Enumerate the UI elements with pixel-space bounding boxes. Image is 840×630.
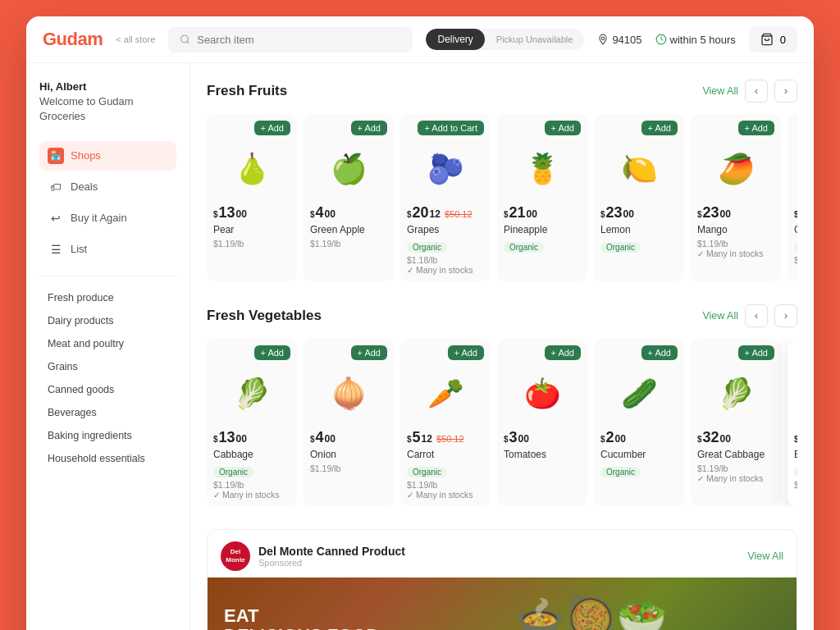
price-display: $ 5 12 $50.12 (407, 429, 484, 446)
category-meat[interactable]: Meat and poultry (39, 332, 176, 355)
product-card: + Add 🥒 $ 2 00 Cucumber Organic (594, 339, 684, 506)
category-dairy[interactable]: Dairy products (39, 309, 176, 332)
sidebar-item-deals[interactable]: 🏷 Deals (39, 172, 176, 202)
sidebar-item-buy-again[interactable]: ↩ Buy it Again (39, 203, 176, 233)
price-currency: $ (794, 435, 797, 444)
product-image: 🍐 (794, 140, 797, 198)
add-button[interactable]: + Add (351, 121, 387, 135)
sub-price: $1.18/lb (407, 255, 484, 265)
category-canned[interactable]: Canned goods (39, 378, 176, 401)
location-value: 94105 (612, 34, 641, 46)
product-image: 🥬 (697, 365, 774, 422)
product-image: 🥭 (697, 140, 774, 198)
product-name: Onion (310, 449, 387, 460)
price-decimal: 00 (236, 208, 247, 220)
search-icon (180, 34, 190, 45)
sponsored-brand: DelMonte Del Monte Canned Product Sponso… (221, 541, 405, 571)
price-currency: $ (794, 210, 797, 219)
fresh-veg-prev[interactable]: ‹ (745, 304, 768, 327)
product-card: + Add 🥬 $ 13 00 Cabbage Organic $1.19/lb… (207, 339, 297, 506)
sponsored-banner: 🍲🥘🥗 EAT DELICIOUS FOOD (208, 578, 797, 630)
price-display: $ 23 00 (697, 204, 774, 221)
price-decimal: 12 (430, 208, 441, 220)
price-display: $ 32 00 (697, 429, 774, 446)
product-card: + Add 🍐 $ 13 00 Pear $1.19/lb (207, 114, 297, 281)
sub-price: $1.19/lb (697, 463, 774, 473)
delivery-option[interactable]: Delivery (426, 29, 484, 50)
fresh-fruits-prev[interactable]: ‹ (745, 80, 768, 103)
price-currency: $ (697, 435, 702, 444)
price-currency: $ (213, 210, 218, 219)
sub-price: $1.19/lb (310, 239, 387, 249)
sidebar-item-list[interactable]: ☰ List (39, 235, 176, 264)
clock-icon (655, 34, 667, 45)
price-decimal: 00 (518, 433, 529, 445)
price-display: $ 3 00 (504, 429, 581, 446)
product-image: 🍍 (504, 140, 581, 198)
category-fresh-produce[interactable]: Fresh produce (39, 286, 176, 309)
add-to-cart-button[interactable]: + Add to Cart (418, 121, 484, 135)
body: Hi, Albert Welcome to Gudam Groceries 🏪 … (26, 63, 814, 630)
price-main: 20 (413, 204, 429, 221)
category-household[interactable]: Household essentials (39, 447, 176, 470)
price-display: $ 4 00 (310, 204, 387, 221)
fresh-veg-view-all[interactable]: View All (702, 310, 738, 322)
sponsored-view-all[interactable]: View All (747, 550, 783, 562)
del-monte-logo: DelMonte (221, 541, 250, 571)
product-name: Cucumber (600, 449, 678, 460)
organic-badge: Organic (794, 467, 797, 477)
sidebar-item-shops[interactable]: 🏪 Shops (39, 141, 176, 171)
add-button[interactable]: + Add (738, 121, 774, 135)
add-button[interactable]: + Add (254, 345, 290, 360)
price-display: $ 13 00 (213, 204, 290, 221)
category-beverages[interactable]: Beverages (39, 401, 176, 424)
add-button[interactable]: + Add (545, 121, 581, 135)
price-old: $50.12 (436, 434, 464, 444)
add-button[interactable]: + Add (545, 345, 581, 360)
fresh-fruits-view-all[interactable]: View All (702, 85, 738, 97)
cart-icon (760, 33, 774, 46)
price-display: $ 13 00 (213, 429, 290, 446)
sidebar: Hi, Albert Welcome to Gudam Groceries 🏪 … (26, 63, 190, 630)
category-baking[interactable]: Baking ingredients (39, 424, 176, 447)
fresh-fruits-header: Fresh Fruits View All ‹ › (207, 80, 797, 103)
sub-price: $1.19/lb (794, 255, 797, 265)
product-card: + Add 🍋 $ 23 00 Lemon Organic (594, 114, 684, 281)
organic-badge: Organic (213, 467, 253, 477)
product-image: 🍆 (794, 365, 797, 422)
add-button[interactable]: + Add (641, 121, 678, 135)
organic-badge: Organic (407, 467, 447, 477)
product-card: + Add 🍐 $ 21 00 Great Pear Organic $1.19… (788, 114, 797, 281)
price-main: 5 (413, 429, 421, 446)
product-name: Mango (697, 224, 774, 235)
header-info: 94105 within 5 hours 0 (597, 26, 797, 52)
fresh-veg-controls: View All ‹ › (702, 304, 797, 327)
fresh-fruits-next[interactable]: › (774, 80, 797, 103)
add-button[interactable]: + Add (738, 345, 774, 360)
product-card: + Add 🥭 $ 23 00 Mango $1.19/lb ✓ Many in… (691, 114, 781, 281)
product-card: + Add to Cart 🫐 $ 20 12 $50.12 Grapes Or… (400, 114, 491, 281)
add-button[interactable]: + Add (641, 345, 678, 360)
add-button[interactable]: + Add (351, 345, 387, 360)
pickup-option[interactable]: Pickup Unavailable (485, 30, 585, 49)
product-name: Pear (213, 224, 290, 235)
price-decimal: 00 (325, 433, 336, 445)
all-store-link[interactable]: < all store (116, 34, 155, 44)
category-grains[interactable]: Grains (39, 355, 176, 378)
stock-status: ✓ Many in stocks (697, 473, 774, 483)
sidebar-shops-label: Shops (71, 149, 101, 162)
price-main: 32 (703, 429, 719, 446)
banner-food-image: 🍲🥘🥗 (384, 578, 797, 630)
fresh-veg-next[interactable]: › (774, 304, 797, 327)
price-currency: $ (504, 210, 509, 219)
search-input[interactable] (197, 34, 401, 46)
add-button[interactable]: + Add (448, 345, 484, 360)
price-currency: $ (310, 435, 315, 444)
price-main: 13 (219, 204, 235, 221)
shops-icon: 🏪 (48, 148, 64, 164)
price-display: $ 21 00 (794, 204, 797, 221)
cart-button[interactable]: 0 (749, 26, 797, 52)
add-button[interactable]: + Add (254, 121, 290, 135)
fresh-fruits-title: Fresh Fruits (207, 83, 287, 99)
product-name: Grapes (407, 224, 484, 235)
